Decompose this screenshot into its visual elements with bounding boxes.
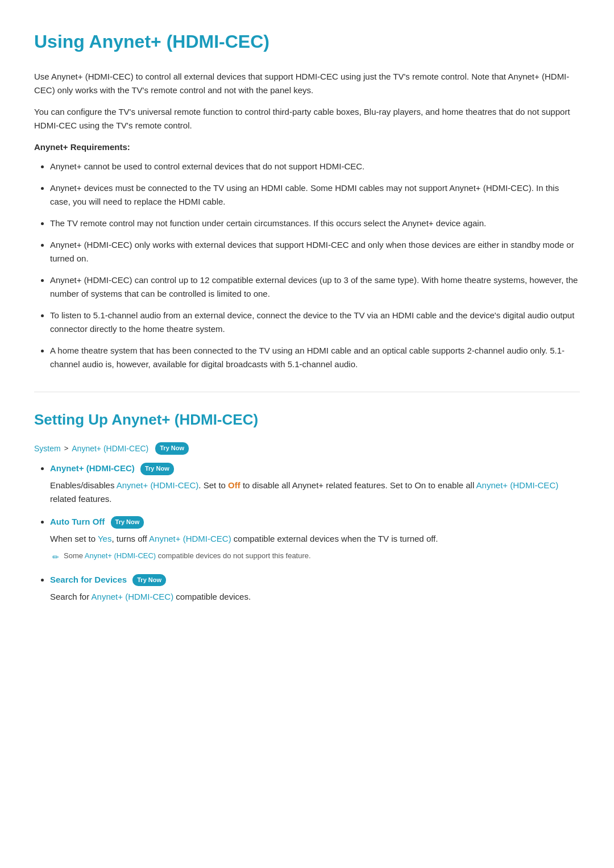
note-text: Some Anynet+ (HDMI-CEC) compatible devic… bbox=[64, 550, 311, 562]
breadcrumb-system[interactable]: System bbox=[34, 442, 61, 455]
desc-text: Enables/disables bbox=[50, 480, 117, 490]
setting-item-search-devices: Search for Devices Try Now Search for An… bbox=[50, 573, 580, 604]
requirements-list: Anynet+ cannot be used to control extern… bbox=[34, 160, 580, 371]
setting-title-anynet: Anynet+ (HDMI-CEC) bbox=[50, 463, 135, 473]
desc-anynet-link4: Anynet+ (HDMI-CEC) bbox=[92, 592, 174, 601]
list-item: A home theatre system that has been conn… bbox=[50, 344, 580, 371]
desc-yes-link: Yes bbox=[98, 534, 111, 543]
desc-text: . Set to bbox=[198, 480, 228, 490]
setting-title-auto-turn-off: Auto Turn Off bbox=[50, 517, 105, 526]
setting-desc-auto-turn-off: When set to Yes, turns off Anynet+ (HDMI… bbox=[50, 532, 580, 546]
try-now-badge-search-devices[interactable]: Try Now bbox=[132, 574, 166, 587]
requirements-heading: Anynet+ Requirements: bbox=[34, 140, 580, 154]
setting-desc-search-devices: Search for Anynet+ (HDMI-CEC) compatible… bbox=[50, 590, 580, 604]
desc-text: compatible external devices when the TV … bbox=[231, 534, 438, 543]
desc-off-link: Off bbox=[228, 480, 240, 490]
desc-text: to disable all Anynet+ related features.… bbox=[240, 480, 476, 490]
desc-anynet-link: Anynet+ (HDMI-CEC) bbox=[117, 480, 199, 490]
setting-item-auto-turn-off: Auto Turn Off Try Now When set to Yes, t… bbox=[50, 515, 580, 563]
setting-desc-anynet: Enables/disables Anynet+ (HDMI-CEC). Set… bbox=[50, 479, 580, 506]
breadcrumb: System > Anynet+ (HDMI-CEC) Try Now bbox=[34, 442, 580, 455]
note-anynet-link: Anynet+ (HDMI-CEC) bbox=[85, 551, 156, 560]
list-item: The TV remote control may not function u… bbox=[50, 217, 580, 230]
settings-list: Anynet+ (HDMI-CEC) Try Now Enables/disab… bbox=[34, 462, 580, 603]
section-title: Setting Up Anynet+ (HDMI-CEC) bbox=[34, 408, 580, 432]
desc-anynet-link2: Anynet+ (HDMI-CEC) bbox=[476, 480, 559, 490]
intro-paragraph-1: Use Anynet+ (HDMI-CEC) to control all ex… bbox=[34, 70, 580, 97]
breadcrumb-separator: > bbox=[64, 443, 69, 455]
desc-text: When set to bbox=[50, 534, 98, 543]
intro-paragraph-2: You can configure the TV's universal rem… bbox=[34, 105, 580, 132]
breadcrumb-anynet[interactable]: Anynet+ (HDMI-CEC) bbox=[72, 442, 148, 455]
desc-text: related features. bbox=[50, 494, 111, 504]
list-item: Anynet+ (HDMI-CEC) only works with exter… bbox=[50, 238, 580, 265]
note-line: ✏ Some Anynet+ (HDMI-CEC) compatible dev… bbox=[50, 550, 580, 563]
desc-text: compatible devices. bbox=[173, 592, 251, 601]
list-item: Anynet+ devices must be connected to the… bbox=[50, 181, 580, 209]
desc-anynet-link3: Anynet+ (HDMI-CEC) bbox=[149, 534, 231, 543]
note-icon: ✏ bbox=[52, 551, 59, 563]
try-now-badge-anynet[interactable]: Try Now bbox=[140, 463, 174, 475]
setting-title-search-devices: Search for Devices bbox=[50, 575, 127, 584]
list-item: Anynet+ (HDMI-CEC) can control up to 12 … bbox=[50, 273, 580, 301]
desc-text: , turns off bbox=[111, 534, 149, 543]
try-now-badge-auto-turn-off[interactable]: Try Now bbox=[111, 516, 144, 529]
desc-text: Search for bbox=[50, 592, 92, 601]
section-divider bbox=[34, 392, 580, 392]
list-item: To listen to 5.1-channel audio from an e… bbox=[50, 309, 580, 336]
setting-item-anynet: Anynet+ (HDMI-CEC) Try Now Enables/disab… bbox=[50, 462, 580, 506]
page-main-title: Using Anynet+ (HDMI-CEC) bbox=[34, 27, 580, 56]
breadcrumb-try-now-badge[interactable]: Try Now bbox=[155, 442, 189, 455]
list-item: Anynet+ cannot be used to control extern… bbox=[50, 160, 580, 173]
